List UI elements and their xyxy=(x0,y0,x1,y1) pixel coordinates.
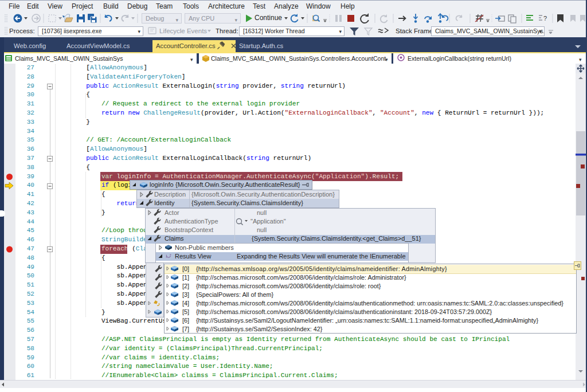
svg-text:?: ? xyxy=(543,15,547,22)
